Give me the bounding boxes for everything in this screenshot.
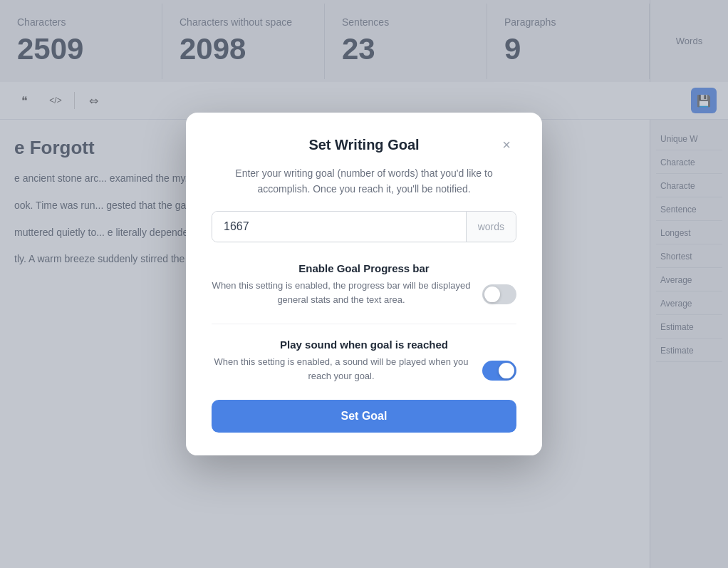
goal-input[interactable]: [212, 212, 466, 242]
progress-bar-text: When this setting is enabled, the progre…: [212, 279, 471, 306]
sound-setting-inner: When this setting is enabled, a sound wi…: [212, 355, 516, 383]
modal-title: Set Writing Goal: [232, 137, 496, 153]
sound-toggle-wrapper: [482, 358, 516, 381]
sound-setting: Play sound when goal is reached When thi…: [212, 339, 516, 383]
modal-description: Enter your writing goal (number of words…: [212, 165, 516, 197]
sound-toggle-knob: [499, 363, 514, 378]
goal-input-unit: words: [466, 212, 516, 242]
modal-header: Set Writing Goal ×: [212, 135, 516, 155]
sound-text: When this setting is enabled, a sound wi…: [212, 355, 471, 383]
setting-divider: [212, 324, 516, 324]
modal-close-button[interactable]: ×: [496, 135, 516, 155]
goal-input-wrapper: words: [212, 211, 516, 242]
progress-bar-desc: When this setting is enabled, the progre…: [212, 279, 471, 306]
progress-bar-toggle-wrapper: [482, 282, 516, 304]
progress-bar-setting-inner: When this setting is enabled, the progre…: [212, 279, 516, 306]
sound-desc: When this setting is enabled, a sound wi…: [212, 355, 471, 383]
progress-bar-setting: Enable Goal Progress bar When this setti…: [212, 262, 516, 306]
sound-title: Play sound when goal is reached: [212, 339, 516, 351]
progress-bar-title: Enable Goal Progress bar: [212, 262, 516, 274]
sound-toggle[interactable]: [482, 361, 516, 381]
progress-bar-toggle-knob: [484, 286, 500, 302]
set-goal-button[interactable]: Set Goal: [212, 400, 516, 433]
progress-bar-toggle[interactable]: [482, 284, 516, 304]
set-writing-goal-modal: Set Writing Goal × Enter your writing go…: [186, 113, 542, 456]
